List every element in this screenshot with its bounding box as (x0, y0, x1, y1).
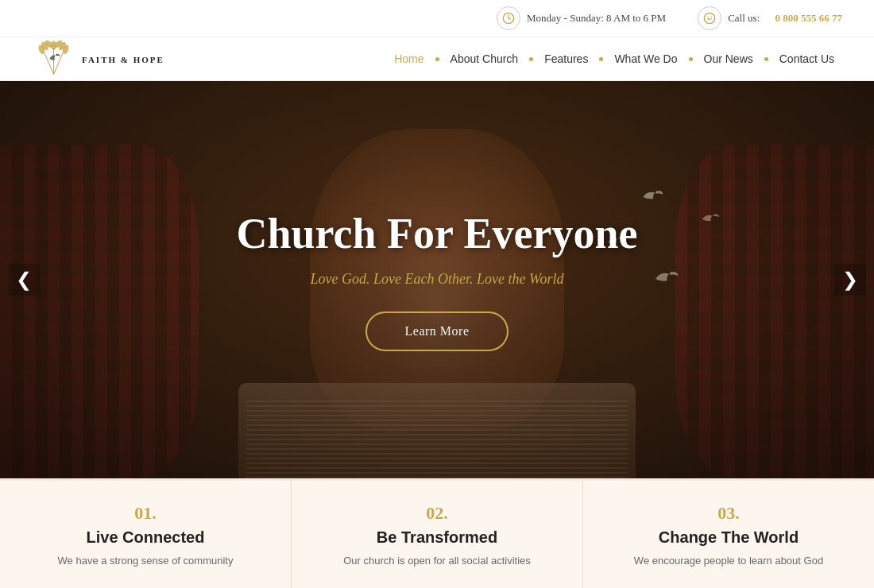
phone-icon (698, 6, 721, 30)
card-1-title: Live Connected (24, 528, 267, 547)
schedule-icon (497, 6, 520, 30)
hero-next-button[interactable]: ❯ (834, 264, 866, 296)
nav-dot-1 (435, 57, 439, 61)
nav-item-contact[interactable]: Contact Us (772, 48, 842, 70)
schedule-text: Monday - Sunday: 8 AM to 6 PM (527, 12, 666, 25)
feature-cards: 01. Live Connected We have a strong sens… (0, 478, 874, 588)
learn-more-button[interactable]: Learn More (365, 311, 509, 351)
card-3-title: Change The World (607, 528, 850, 547)
card-3: 03. Change The World We encourage people… (583, 481, 874, 588)
svg-line-2 (44, 50, 54, 74)
hero-section: Church For Everyone Love God. Love Each … (0, 81, 874, 478)
card-2-number: 02. (315, 503, 559, 524)
svg-point-12 (56, 53, 58, 56)
card-1-number: 01. (24, 503, 267, 524)
card-3-desc: We encourage people to learn about God (607, 553, 850, 569)
card-3-number: 03. (607, 503, 850, 524)
nav-item-whatwedo[interactable]: What We Do (606, 48, 685, 70)
nav-dot-5 (764, 57, 768, 61)
logo: FAITH & HOPE (32, 37, 164, 81)
main-nav: FAITH & HOPE Home About Church Features … (0, 37, 874, 81)
nav-dot-2 (529, 57, 533, 61)
nav-link-features[interactable]: Features (536, 48, 596, 70)
hero-subtitle: Love God. Love Each Other. Love the Worl… (311, 271, 564, 288)
svg-point-11 (51, 41, 56, 50)
nav-dot-4 (689, 57, 693, 61)
hero-title: Church For Everyone (237, 209, 638, 258)
nav-link-home[interactable]: Home (386, 48, 431, 70)
prev-arrow-icon: ❮ (16, 269, 32, 291)
next-arrow-icon: ❯ (842, 269, 858, 291)
nav-link-contact[interactable]: Contact Us (772, 48, 842, 70)
nav-dot-3 (599, 57, 603, 61)
nav-link-news[interactable]: Our News (696, 48, 761, 70)
card-2: 02. Be Transformed Our church is open fo… (292, 481, 583, 588)
phone-number: 0 800 555 66 77 (775, 12, 843, 25)
phone-info: Call us: 0 800 555 66 77 (698, 6, 842, 30)
nav-item-features[interactable]: Features (536, 48, 596, 70)
card-1: 01. Live Connected We have a strong sens… (0, 481, 292, 588)
schedule-info: Monday - Sunday: 8 AM to 6 PM (497, 6, 666, 30)
nav-link-whatwedo[interactable]: What We Do (606, 48, 685, 70)
card-2-desc: Our church is open for all social activi… (315, 553, 559, 569)
card-2-title: Be Transformed (315, 528, 559, 547)
nav-item-home[interactable]: Home (386, 48, 431, 70)
nav-item-about[interactable]: About Church (443, 48, 527, 70)
nav-link-about[interactable]: About Church (443, 48, 527, 70)
logo-icon (32, 37, 75, 81)
top-bar: Monday - Sunday: 8 AM to 6 PM Call us: 0… (0, 0, 874, 37)
hero-prev-button[interactable]: ❮ (8, 264, 40, 296)
nav-item-news[interactable]: Our News (696, 48, 761, 70)
phone-label: Call us: (728, 12, 760, 25)
hero-content: Church For Everyone Love God. Love Each … (0, 81, 874, 478)
card-1-desc: We have a strong sense of community (24, 553, 267, 569)
logo-text: FAITH & HOPE (82, 55, 164, 64)
svg-point-1 (704, 13, 714, 23)
nav-links: Home About Church Features What We Do Ou… (386, 48, 842, 70)
